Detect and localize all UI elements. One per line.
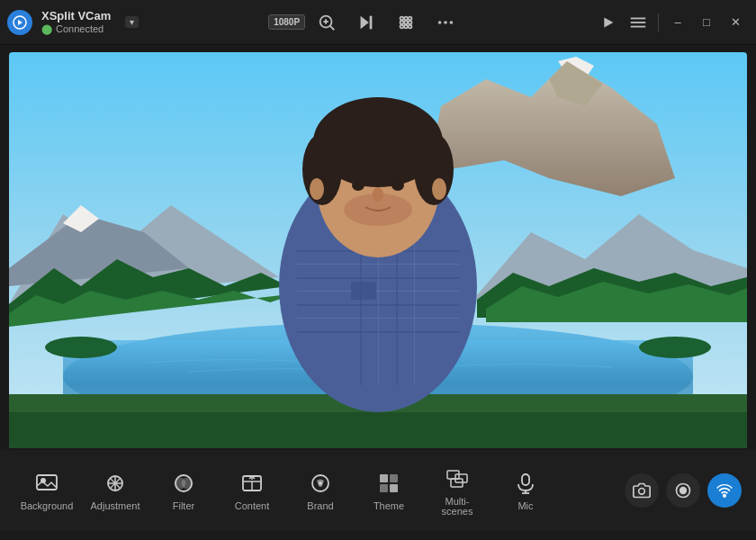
svg-rect-82 [390, 474, 398, 482]
svg-point-38 [639, 337, 711, 358]
svg-rect-53 [351, 282, 376, 300]
menu-button[interactable] [624, 13, 652, 32]
svg-marker-5 [360, 15, 368, 29]
play-button[interactable] [593, 13, 622, 32]
filter-icon [170, 470, 197, 497]
toolbar-right-buttons [625, 473, 742, 508]
more-button[interactable] [431, 13, 460, 32]
video-preview [9, 52, 747, 448]
svg-point-8 [404, 16, 408, 20]
svg-point-80 [319, 482, 322, 485]
titlebar-divider [658, 14, 659, 32]
filter-label: Filter [173, 501, 194, 511]
theme-tool[interactable]: Theme [356, 458, 421, 523]
adjustment-tool[interactable]: Adjustment [83, 458, 148, 523]
svg-point-11 [404, 21, 408, 24]
brand-label: Brand [307, 501, 333, 511]
svg-point-10 [400, 21, 403, 24]
background-icon [33, 470, 60, 497]
app-name: XSplit VCam [41, 9, 111, 23]
svg-marker-19 [604, 17, 613, 27]
svg-point-16 [437, 21, 441, 24]
filter-tool[interactable]: Filter [151, 458, 216, 523]
mic-label: Mic [518, 501, 533, 511]
app-title-group: XSplit VCam ⬤ Connected [41, 9, 111, 35]
broadcast-button[interactable] [707, 473, 742, 508]
theme-label: Theme [374, 501, 404, 511]
record-button[interactable] [666, 473, 700, 508]
svg-point-14 [404, 24, 408, 28]
svg-point-12 [408, 21, 411, 24]
svg-rect-84 [390, 484, 398, 492]
svg-point-94 [724, 495, 726, 498]
svg-point-17 [444, 21, 447, 24]
content-tool[interactable]: Content [220, 458, 284, 523]
app-dropdown[interactable]: ▾ [125, 16, 139, 28]
theme-icon [375, 470, 402, 497]
mic-icon [512, 470, 539, 497]
skip-button[interactable] [352, 13, 381, 32]
svg-point-7 [400, 16, 403, 20]
multi-scenes-tool[interactable]: Multi-scenes [425, 458, 490, 523]
svg-rect-88 [522, 474, 529, 485]
svg-point-64 [373, 187, 383, 202]
resolution-badge: 1080P [273, 13, 302, 32]
camera-button[interactable] [625, 473, 659, 508]
svg-point-59 [352, 180, 364, 191]
titlebar-right: – □ ✕ [593, 9, 749, 36]
grid-button[interactable] [392, 13, 420, 32]
background-tool[interactable]: Background [14, 458, 79, 523]
brand-tool[interactable]: Brand [288, 458, 353, 523]
svg-point-60 [392, 180, 404, 191]
close-button[interactable]: ✕ [722, 9, 749, 36]
connection-status: ⬤ Connected [41, 23, 111, 35]
svg-rect-83 [380, 484, 388, 492]
multi-scenes-label: Multi-scenes [430, 497, 484, 517]
mic-tool[interactable]: Mic [493, 458, 558, 523]
connected-icon: ⬤ [41, 23, 52, 35]
svg-point-18 [449, 21, 453, 24]
svg-point-62 [310, 178, 324, 200]
svg-rect-52 [414, 232, 415, 385]
svg-rect-51 [396, 232, 398, 385]
svg-rect-65 [37, 475, 57, 490]
svg-point-15 [408, 24, 411, 28]
svg-line-2 [329, 25, 334, 30]
minimize-button[interactable]: – [664, 9, 691, 36]
svg-point-37 [45, 337, 117, 358]
svg-point-13 [400, 24, 403, 28]
zoom-in-button[interactable] [312, 13, 341, 32]
background-scene [9, 52, 747, 448]
adjustment-icon [102, 470, 129, 497]
titlebar-center: 1080P [139, 13, 593, 32]
content-icon [238, 470, 266, 497]
svg-point-74 [182, 478, 193, 489]
svg-point-63 [432, 178, 446, 200]
svg-point-91 [639, 489, 645, 495]
maximize-button[interactable]: □ [693, 9, 720, 36]
svg-rect-6 [369, 15, 372, 29]
svg-point-9 [408, 16, 411, 20]
svg-rect-40 [9, 412, 747, 448]
toolbar: Background Adjustment [0, 450, 756, 531]
adjustment-label: Adjustment [90, 501, 140, 511]
svg-rect-81 [380, 474, 388, 482]
background-label: Background [21, 501, 74, 511]
multi-scenes-icon [444, 465, 471, 492]
toolbar-items: Background Adjustment [14, 458, 558, 523]
connected-label: Connected [56, 23, 104, 34]
content-label: Content [235, 501, 270, 511]
svg-rect-49 [360, 232, 362, 385]
app-logo [7, 10, 32, 35]
svg-point-93 [680, 488, 687, 494]
brand-icon [307, 470, 334, 497]
titlebar: XSplit VCam ⬤ Connected ▾ 1080P [0, 0, 756, 45]
